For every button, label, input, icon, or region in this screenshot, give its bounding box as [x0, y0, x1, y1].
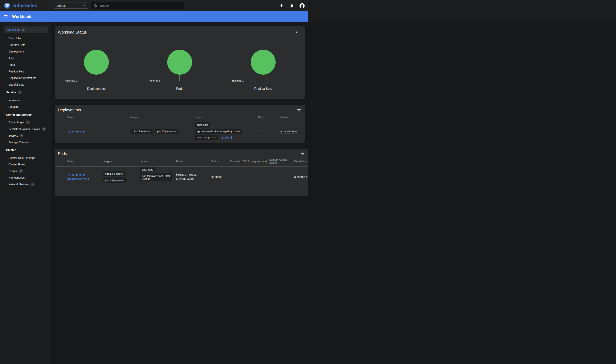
column-header-name[interactable]: Name	[67, 160, 103, 163]
new-badge: N	[42, 127, 46, 131]
pie-leader-line	[77, 75, 96, 81]
account-button[interactable]	[299, 0, 305, 11]
column-header-label: Created	[294, 160, 304, 163]
column-header-created[interactable]: Created↑	[280, 116, 305, 119]
column-header-pods[interactable]: Pods	[258, 116, 280, 119]
sidebar-item-namespaces[interactable]: Namespaces	[0, 174, 51, 181]
show-all-labels-link[interactable]: Show all	[222, 136, 233, 139]
sidebar-item-label: Events	[9, 169, 17, 173]
chart-title: Pods	[138, 87, 221, 91]
sidebar-item-network-policies[interactable]: Network Policies N	[0, 181, 51, 182]
sidebar-item-cluster-roles[interactable]: Cluster Roles	[0, 161, 51, 168]
sidebar-item-replication-controllers[interactable]: Replication Controllers	[0, 75, 51, 81]
column-header-labels[interactable]: Labels	[140, 160, 176, 163]
search-icon	[94, 4, 97, 8]
sidebar-item-ingresses[interactable]: Ingresses	[0, 97, 51, 104]
filter-icon[interactable]	[301, 153, 304, 157]
sidebar-item-config-maps[interactable]: Config Maps N	[0, 119, 51, 126]
sidebar-item-label: Persistent Volume Claims	[9, 128, 40, 131]
bell-icon	[290, 3, 294, 8]
label-chip: chart: lamp-1.1.5	[195, 135, 219, 140]
workload-status-title: Workload Status	[55, 26, 305, 35]
label-chip: pod-template-hash: 5fd985cf68	[140, 173, 172, 182]
sidebar-item-events[interactable]: Events N	[0, 168, 51, 174]
kubernetes-home-link[interactable]: kubernetes	[4, 2, 37, 9]
sidebar-item-label: Namespaces	[9, 176, 25, 179]
image-chip: php:7-fpm-alpine	[103, 177, 127, 182]
sidebar-item-label: Services	[9, 105, 19, 108]
sort-ascending-icon: ↑	[305, 160, 306, 163]
label-chip: app.kubernetes.io/managed-by: Helm	[195, 129, 242, 134]
sidebar-item-label: Cron Jobs	[9, 37, 21, 40]
column-header-restarts[interactable]: Restarts	[230, 160, 243, 163]
filter-icon[interactable]	[297, 109, 301, 113]
workload-status-charts: Running: 1 Deployments Running: 1 Pods R…	[55, 35, 305, 96]
sidebar-item-storage-classes[interactable]: Storage Classes	[0, 139, 51, 146]
new-badge: N	[26, 120, 30, 124]
new-badge: N	[18, 91, 22, 94]
label-chip: app: lamp	[195, 122, 210, 128]
sidebar-section-cluster[interactable]: Cluster	[0, 147, 51, 154]
column-header-images[interactable]: Images	[130, 116, 195, 119]
sidebar-item-label: Ingresses	[9, 99, 21, 102]
sidebar-item-persistent-volume-claims[interactable]: Persistent Volume Claims N	[0, 126, 51, 132]
pod-restarts: 0	[230, 175, 243, 179]
column-header-created[interactable]: Created↑	[294, 160, 308, 163]
column-header-labels[interactable]: Labels	[195, 116, 258, 119]
namespace-select[interactable]: default	[54, 2, 88, 9]
label-chip: app: lamp	[140, 167, 156, 172]
sidebar-item-daemon-sets[interactable]: Daemon Sets	[0, 42, 51, 48]
sidebar-item-replica-sets[interactable]: Replica Sets	[0, 68, 51, 75]
appbar: Workloads	[0, 11, 308, 22]
sidebar-item-jobs[interactable]: Jobs	[0, 55, 51, 62]
notifications-button[interactable]	[289, 0, 295, 11]
sidebar-item-services[interactable]: Services	[0, 104, 51, 110]
created-timestamp[interactable]: a minute ago	[294, 175, 308, 179]
menu-hamburger-icon[interactable]	[4, 15, 8, 19]
sidebar-item-label: Pods	[9, 63, 15, 66]
sidebar-section-config-and-storage[interactable]: Config and Storage	[0, 111, 51, 118]
created-timestamp[interactable]: a minute ago	[280, 130, 297, 133]
pie-leader-line	[161, 75, 180, 81]
sidebar-item-deployments[interactable]: Deployments	[0, 48, 51, 55]
sidebar-item-pods[interactable]: Pods	[0, 62, 51, 68]
sidebar-item-label: Daemon Sets	[9, 43, 25, 47]
account-avatar-icon	[299, 3, 305, 9]
chevron-down-icon	[84, 5, 85, 6]
deployments-card: Deployments Name Images Labels Pods Crea…	[55, 105, 305, 143]
column-header-cpu-usage[interactable]: CPU Usage (cores)	[243, 160, 269, 163]
sidebar-item-label: Workloads	[7, 28, 20, 31]
sidebar-section-label: Service	[6, 91, 16, 94]
pie-running-slice	[167, 50, 192, 75]
search-input[interactable]	[100, 4, 175, 7]
search-bar[interactable]	[91, 2, 184, 9]
namespace-selected-value: default	[57, 4, 84, 7]
brand-title: kubernetes	[13, 3, 37, 8]
sidebar-item-secrets[interactable]: Secrets N	[0, 132, 51, 139]
page-title: Workloads	[12, 14, 33, 19]
sidebar-item-service[interactable]: Service N	[0, 89, 51, 96]
sidebar-item-cluster-role-bindings[interactable]: Cluster Role Bindings	[0, 155, 51, 161]
column-header-node[interactable]: Node	[176, 160, 211, 163]
new-badge: N	[19, 169, 23, 173]
sidebar-item-cron-jobs[interactable]: Cron Jobs	[0, 35, 51, 42]
plus-icon	[279, 3, 284, 8]
deployment-name-link[interactable]: my-lamp-lamp	[67, 130, 85, 133]
column-header-name[interactable]: Name	[67, 116, 130, 119]
pod-name-link[interactable]: my-lamp-lamp-5fd985cf68-jwvz4	[67, 173, 89, 181]
image-chip: php:7-fpm-alpine	[155, 129, 179, 134]
column-header-status[interactable]: Status	[211, 160, 230, 163]
sidebar-nav: Workloads N Cron Jobs Daemon Sets Deploy…	[0, 22, 51, 182]
column-header-memory-usage[interactable]: Memory Usage (bytes)	[269, 158, 294, 164]
collapse-card-icon[interactable]	[295, 31, 298, 33]
sidebar-item-stateful-sets[interactable]: Stateful Sets	[0, 81, 51, 88]
create-resource-button[interactable]	[279, 0, 285, 11]
image-chip: httpd:2.4-alpine	[130, 129, 153, 134]
image-chip: httpd:2.4-alpine	[103, 171, 125, 176]
sidebar-item-workloads[interactable]: Workloads N	[3, 26, 48, 33]
kubernetes-logo-icon	[4, 2, 11, 9]
sidebar-item-label: Replication Controllers	[9, 76, 36, 79]
column-header-images[interactable]: Images	[103, 160, 140, 163]
chart-title: Deployments	[55, 87, 138, 91]
node-name: lke55127-86393-622f8d09399a	[176, 173, 206, 181]
